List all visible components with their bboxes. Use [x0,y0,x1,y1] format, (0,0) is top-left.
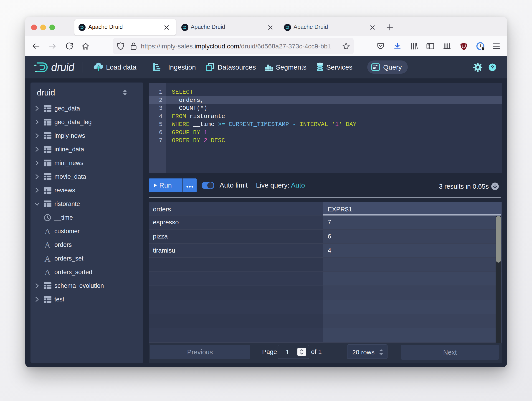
svg-text:?: ? [491,64,494,70]
